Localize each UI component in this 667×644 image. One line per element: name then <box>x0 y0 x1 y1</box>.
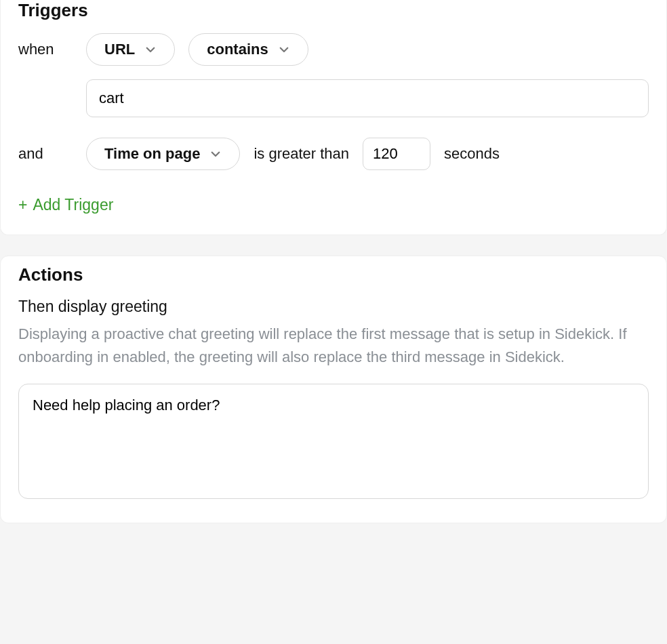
trigger-row-2: and Time on page is greater than seconds <box>18 138 649 170</box>
trigger-operator-value: contains <box>207 41 268 58</box>
chevron-down-icon <box>278 43 290 56</box>
trigger-seconds-input[interactable] <box>363 138 430 170</box>
actions-subhead: Then display greeting <box>18 298 649 316</box>
trigger-type-select[interactable]: URL <box>86 33 175 66</box>
chevron-down-icon <box>144 43 157 56</box>
actions-description: Displaying a proactive chat greeting wil… <box>18 323 649 369</box>
triggers-title: Triggers <box>18 0 649 21</box>
triggers-section: Triggers when URL contains and Time on p… <box>0 0 667 235</box>
plus-icon: + <box>18 197 27 213</box>
trigger-time-select[interactable]: Time on page <box>86 138 240 170</box>
trigger-time-value: Time on page <box>104 145 200 163</box>
actions-section: Actions Then display greeting Displaying… <box>0 256 667 523</box>
trigger-operator-select[interactable]: contains <box>188 33 308 66</box>
trigger-url-input[interactable] <box>86 79 649 117</box>
greater-than-text: is greater than <box>254 145 349 163</box>
actions-title: Actions <box>18 264 649 285</box>
add-trigger-label: Add Trigger <box>33 196 113 214</box>
greeting-textarea[interactable] <box>18 384 649 499</box>
and-label: and <box>18 145 73 163</box>
trigger-type-value: URL <box>104 41 135 58</box>
add-trigger-button[interactable]: + Add Trigger <box>18 196 113 214</box>
trigger-url-input-wrap <box>86 79 649 117</box>
seconds-text: seconds <box>444 145 500 163</box>
trigger-row-1: when URL contains <box>18 33 649 66</box>
chevron-down-icon <box>209 148 222 160</box>
when-label: when <box>18 41 73 58</box>
